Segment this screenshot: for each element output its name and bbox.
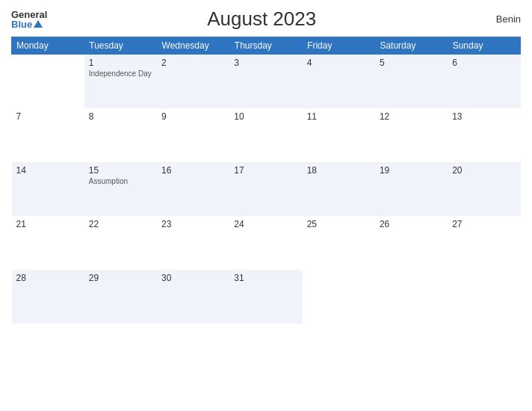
col-tuesday: Tuesday — [84, 37, 157, 55]
calendar-cell: 12 — [375, 108, 448, 162]
calendar-cell: 3 — [229, 55, 302, 108]
day-number: 23 — [161, 219, 225, 229]
calendar-cell: 30 — [157, 270, 229, 324]
calendar-cell: 28 — [12, 270, 84, 324]
calendar-cell: 15Assumption — [84, 162, 157, 216]
calendar-cell: 7 — [12, 108, 84, 162]
day-number: 30 — [161, 273, 225, 283]
calendar-cell: 27 — [448, 216, 520, 270]
header-row: Monday Tuesday Wednesday Thursday Friday… — [12, 37, 521, 55]
calendar-table: Monday Tuesday Wednesday Thursday Friday… — [11, 37, 521, 324]
calendar-cell: 11 — [303, 108, 375, 162]
calendar-cell: 19 — [375, 162, 448, 216]
calendar-cell: 9 — [157, 108, 229, 162]
calendar-cell: 8 — [84, 108, 157, 162]
calendar-cell: 21 — [12, 216, 84, 270]
day-number: 25 — [307, 219, 371, 229]
day-number: 19 — [380, 165, 443, 176]
week-row-1: 1Independence Day23456 — [12, 55, 521, 108]
day-number: 22 — [89, 219, 152, 229]
calendar-cell: 25 — [303, 216, 375, 270]
day-number: 1 — [89, 58, 152, 68]
calendar-cell: 6 — [448, 55, 520, 108]
header: General Blue August 2023 Benin — [11, 7, 521, 31]
logo-general-text: General — [11, 10, 47, 19]
day-number: 17 — [234, 165, 297, 176]
calendar-cell: 5 — [375, 55, 448, 108]
calendar-cell: 2 — [157, 55, 229, 108]
calendar-cell: 13 — [448, 108, 520, 162]
calendar-cell: 18 — [303, 162, 375, 216]
calendar-cell — [448, 270, 520, 324]
logo: General Blue — [11, 10, 47, 29]
calendar-cell: 16 — [157, 162, 229, 216]
calendar-cell — [303, 270, 375, 324]
col-sunday: Sunday — [448, 37, 520, 55]
holiday-text: Assumption — [89, 177, 152, 185]
logo-blue-text: Blue — [11, 19, 47, 29]
day-number: 7 — [16, 111, 80, 122]
day-number: 10 — [234, 111, 297, 122]
calendar-cell: 4 — [303, 55, 375, 108]
day-number: 12 — [380, 111, 443, 122]
week-row-4: 21222324252627 — [12, 216, 521, 270]
week-row-2: 78910111213 — [12, 108, 521, 162]
calendar-cell: 1Independence Day — [84, 55, 157, 108]
col-wednesday: Wednesday — [157, 37, 229, 55]
day-number: 20 — [452, 165, 516, 176]
day-number: 16 — [161, 165, 225, 176]
logo-triangle-icon — [34, 20, 43, 28]
col-saturday: Saturday — [375, 37, 448, 55]
calendar-title: August 2023 — [47, 7, 476, 31]
country-name: Benin — [476, 13, 521, 25]
day-number: 2 — [161, 58, 225, 68]
day-number: 5 — [380, 58, 443, 68]
calendar-cell: 17 — [229, 162, 302, 216]
calendar-cell: 22 — [84, 216, 157, 270]
calendar-cell: 24 — [229, 216, 302, 270]
calendar-cell: 23 — [157, 216, 229, 270]
day-number: 3 — [234, 58, 297, 68]
day-number: 15 — [89, 165, 152, 176]
day-number: 29 — [89, 273, 152, 283]
holiday-text: Independence Day — [89, 69, 152, 78]
calendar-cell — [12, 55, 84, 108]
calendar-cell: 10 — [229, 108, 302, 162]
day-number: 11 — [307, 111, 371, 122]
calendar-cell: 29 — [84, 270, 157, 324]
day-number: 24 — [234, 219, 297, 229]
day-number: 21 — [16, 219, 80, 229]
day-number: 27 — [452, 219, 516, 229]
calendar-cell: 31 — [229, 270, 302, 324]
day-number: 4 — [307, 58, 371, 68]
day-number: 31 — [234, 273, 297, 283]
col-friday: Friday — [303, 37, 375, 55]
calendar-cell: 20 — [448, 162, 520, 216]
day-number: 26 — [380, 219, 443, 229]
day-number: 6 — [452, 58, 516, 68]
calendar-cell — [375, 270, 448, 324]
week-row-3: 1415Assumption1617181920 — [12, 162, 521, 216]
col-monday: Monday — [12, 37, 84, 55]
calendar-page: General Blue August 2023 Benin Monday Tu… — [0, 0, 532, 411]
day-number: 28 — [16, 273, 80, 283]
day-number: 9 — [161, 111, 225, 122]
day-number: 14 — [16, 165, 80, 176]
day-number: 13 — [452, 111, 516, 122]
day-number: 18 — [307, 165, 371, 176]
col-thursday: Thursday — [229, 37, 302, 55]
calendar-cell: 14 — [12, 162, 84, 216]
day-number: 8 — [89, 111, 152, 122]
calendar-cell: 26 — [375, 216, 448, 270]
week-row-5: 28293031 — [12, 270, 521, 324]
